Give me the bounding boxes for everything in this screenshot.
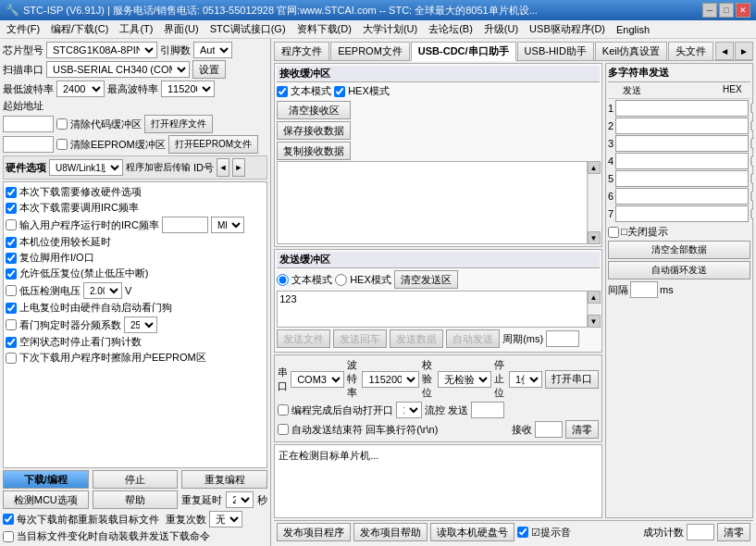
- recv-scroll-down[interactable]: ▼: [588, 231, 601, 244]
- auto-send-checkbox[interactable]: [3, 531, 14, 542]
- recv-hex-mode-checkbox[interactable]: [334, 86, 345, 97]
- close-prompt-checkbox[interactable]: [608, 227, 619, 238]
- ms-input-2[interactable]: [615, 135, 749, 152]
- auto-open-delay-select[interactable]: 1s: [396, 402, 422, 418]
- scan-port-select[interactable]: USB-SERIAL CH340 (COM9): [46, 61, 190, 78]
- send-scroll-up[interactable]: ▲: [588, 291, 601, 304]
- option-checkbox-5[interactable]: [6, 268, 17, 279]
- option-checkbox-8[interactable]: [6, 319, 17, 330]
- ms-input-5[interactable]: [615, 188, 749, 205]
- recv-scroll-track[interactable]: [589, 174, 600, 231]
- id-prev-button[interactable]: ◄: [217, 158, 229, 177]
- auto-open-checkbox[interactable]: [278, 404, 289, 416]
- freq-unit-select[interactable]: MHz: [211, 217, 244, 233]
- menu-download[interactable]: 资料下载(D): [292, 21, 356, 37]
- option-checkbox-2[interactable]: [6, 219, 17, 230]
- freq-input[interactable]: 11.0592: [162, 217, 208, 233]
- menu-ui[interactable]: 界面(U): [159, 21, 203, 37]
- open-prog-file-button[interactable]: 打开程序文件: [144, 115, 213, 133]
- ms-hex-5[interactable]: [750, 191, 753, 202]
- minimize-button[interactable]: ─: [702, 3, 717, 18]
- ms-hex-3[interactable]: [750, 155, 753, 167]
- ms-hex-4[interactable]: [750, 173, 753, 184]
- publish-prog-button[interactable]: 发布项目程序: [277, 523, 351, 541]
- option-checkbox-10[interactable]: [6, 353, 17, 364]
- tab-usb-hid[interactable]: USB-HID助手: [517, 42, 594, 60]
- menu-university[interactable]: 大学计划(U): [358, 21, 422, 37]
- menu-file[interactable]: 文件(F): [2, 21, 44, 37]
- addr1-input[interactable]: 0x0000: [3, 116, 54, 132]
- read-machine-button[interactable]: 读取本机硬盘号: [430, 523, 514, 541]
- wdt-div-select[interactable]: 256: [124, 316, 157, 333]
- period-input[interactable]: 100: [546, 330, 579, 347]
- ms-input-4[interactable]: [615, 170, 749, 187]
- send-hex-radio[interactable]: [335, 274, 347, 286]
- send-count-input[interactable]: 306: [471, 402, 504, 418]
- clear-send-button[interactable]: 清空发送区: [394, 270, 458, 289]
- stop-button[interactable]: 停止: [93, 470, 179, 489]
- option-checkbox-3[interactable]: [6, 237, 17, 248]
- auto-send-button[interactable]: 自动发送: [446, 329, 500, 348]
- recv-count-input[interactable]: 0: [535, 421, 563, 438]
- recv-scroll-up[interactable]: ▲: [588, 161, 601, 174]
- settings-button[interactable]: 设置: [192, 60, 226, 79]
- option-checkbox-4[interactable]: [6, 253, 17, 264]
- send-text-radio[interactable]: [277, 274, 289, 286]
- chip-select[interactable]: STC8G1K08A-8PIN: [46, 42, 157, 58]
- menu-program[interactable]: 编程/下载(C): [46, 21, 113, 37]
- option-checkbox-6[interactable]: [6, 285, 17, 296]
- success-count-input[interactable]: 0: [687, 524, 714, 540]
- clear-eeprom-checkbox[interactable]: [56, 139, 68, 150]
- check-mcu-button[interactable]: 检测MCU选项: [3, 490, 89, 509]
- show-tip-checkbox[interactable]: [517, 527, 528, 538]
- reprogram-button[interactable]: 重复编程: [181, 470, 267, 489]
- open-eeprom-file-button[interactable]: 打开EEPROM文件: [168, 135, 258, 154]
- port-select[interactable]: COM3: [291, 371, 344, 388]
- option-checkbox-1[interactable]: [6, 203, 17, 214]
- clear-all-button[interactable]: 清空全部数据: [608, 241, 750, 259]
- recv-text-mode-checkbox[interactable]: [277, 86, 288, 97]
- tab-usb-cdc[interactable]: USB-CDC/串口助手: [411, 42, 516, 61]
- ms-hex-1[interactable]: [750, 120, 753, 131]
- repeat-delay-select[interactable]: 2: [226, 491, 254, 508]
- menu-upgrade[interactable]: 升级(U): [479, 21, 523, 37]
- send-scroll-down[interactable]: ▼: [588, 315, 601, 328]
- id-next-button[interactable]: ►: [232, 158, 245, 177]
- publish-help-button[interactable]: 发布项目帮助: [353, 523, 428, 541]
- tab-keil[interactable]: Keil仿真设置: [595, 42, 667, 60]
- baud-select[interactable]: 115200: [362, 371, 419, 388]
- help-button[interactable]: 帮助: [93, 490, 179, 509]
- close-button[interactable]: ✕: [736, 3, 750, 18]
- clear-code-checkbox[interactable]: [56, 118, 68, 130]
- tab-header[interactable]: 头文件: [668, 42, 713, 60]
- tab-prog-file[interactable]: 程序文件: [274, 42, 329, 60]
- maximize-button[interactable]: □: [719, 3, 734, 18]
- send-file-button[interactable]: 发送文件: [277, 329, 330, 348]
- ms-hex-6[interactable]: [750, 208, 753, 219]
- parity-select[interactable]: 无检验: [438, 371, 491, 388]
- menu-usb-driver[interactable]: USB驱动程序(D): [525, 21, 610, 37]
- min-baud-select[interactable]: 2400: [56, 81, 105, 97]
- open-port-button[interactable]: 打开串口: [545, 370, 599, 389]
- recv-area[interactable]: [277, 161, 600, 244]
- clear-success-button[interactable]: 清零: [717, 523, 750, 541]
- send-data-button[interactable]: 发送数据: [390, 329, 443, 348]
- save-recv-button[interactable]: 保存接收数据: [277, 121, 351, 140]
- tab-eeprom-file[interactable]: EEPROM文件: [330, 42, 410, 60]
- option-checkbox-0[interactable]: [6, 187, 17, 198]
- stop-bits-select[interactable]: 1位: [509, 371, 542, 388]
- clear-recv-button[interactable]: 清空接收区: [277, 101, 351, 119]
- send-last-button[interactable]: 发送回车: [333, 329, 387, 348]
- option-checkbox-7[interactable]: [6, 303, 17, 314]
- tab-prev-button[interactable]: ◄: [715, 42, 734, 60]
- send-vscroll[interactable]: ▲ ▼: [587, 291, 600, 328]
- ms-hex-2[interactable]: [750, 138, 753, 149]
- clear-count-button[interactable]: 清零: [565, 420, 599, 439]
- repeat-count-select[interactable]: 无限: [209, 511, 242, 527]
- addr2-input[interactable]: 0x0000: [3, 136, 54, 153]
- low-volt-select[interactable]: 2.00: [83, 282, 122, 299]
- menu-english[interactable]: English: [612, 23, 654, 36]
- recv-vscroll[interactable]: ▲ ▼: [587, 161, 600, 244]
- tab-next-button[interactable]: ►: [735, 42, 753, 60]
- send-area[interactable]: 123: [277, 291, 600, 328]
